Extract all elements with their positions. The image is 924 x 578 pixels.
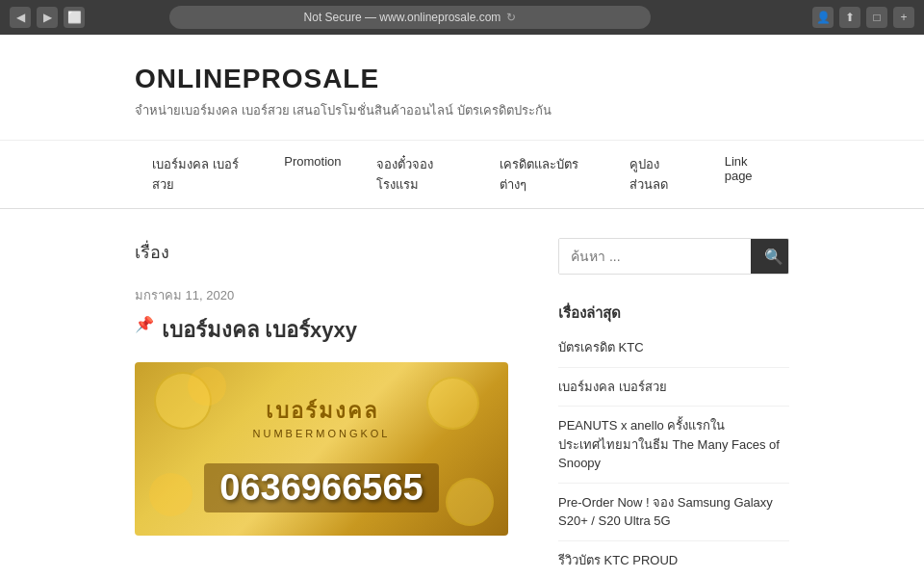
search-button[interactable]: 🔍 xyxy=(751,239,789,274)
main-navigation: เบอร์มงคล เบอร์สวย Promotion จองตั๋วจองโ… xyxy=(0,141,924,209)
recent-link-5[interactable]: รีวิวบัตร KTC PROUD xyxy=(558,553,678,567)
recent-link-4[interactable]: Pre-Order Now ! จอง Samsung Galaxy S20+ … xyxy=(558,495,773,529)
recent-link-1[interactable]: บัตรเครดิต KTC xyxy=(558,340,644,355)
nav-item-number[interactable]: เบอร์มงคล เบอร์สวย xyxy=(135,141,267,208)
sidebar: 🔍 เรื่องล่าสุด บัตรเครดิต KTC เบอร์มงคล … xyxy=(558,238,789,578)
nav-link-booking[interactable]: จองตั๋วจองโรงแรม xyxy=(359,141,482,208)
reload-icon[interactable]: ↻ xyxy=(506,11,516,24)
recent-section: เรื่องล่าสุด บัตรเครดิต KTC เบอร์มงคล เบ… xyxy=(558,302,789,578)
site-tagline: จำหน่ายเบอร์มงคล เบอร์สวย เสนอโปรโมชั่นส… xyxy=(135,100,789,120)
post-image: เบอร์มงคล NUMBERMONGKOL 0636966565 xyxy=(135,362,508,536)
content-area: เรื่อง มกราคม 11, 2020 📌 เบอร์มงคล เบอร์… xyxy=(135,238,520,578)
recent-section-title: เรื่องล่าสุด xyxy=(558,302,789,325)
profile-button[interactable]: 👤 xyxy=(812,7,834,28)
post-date: มกราคม 11, 2020 xyxy=(135,285,520,305)
nav-item-booking[interactable]: จองตั๋วจองโรงแรม xyxy=(359,141,482,208)
nav-item-coupon[interactable]: คูปองส่วนลด xyxy=(612,141,707,208)
nav-link-promotion[interactable]: Promotion xyxy=(267,141,358,182)
nav-link-linkpage[interactable]: Link page xyxy=(707,141,789,197)
post-title-row: 📌 เบอร์มงคล เบอร์xyxy xyxy=(135,313,520,347)
browser-controls: ◀ ▶ ⬜ xyxy=(10,7,85,28)
nav-item-credit[interactable]: เครดิตและบัตรต่างๆ xyxy=(482,141,612,208)
search-box: 🔍 xyxy=(558,238,789,275)
post-title[interactable]: เบอร์มงคล เบอร์xyxy xyxy=(162,313,357,347)
browser-chrome: ◀ ▶ ⬜ Not Secure — www.onlineprosale.com… xyxy=(0,0,924,35)
bookmark-button[interactable]: ⬆ xyxy=(839,7,860,28)
list-item: Pre-Order Now ! จอง Samsung Galaxy S20+ … xyxy=(558,493,789,541)
site-header: ONLINEPROSALE จำหน่ายเบอร์มงคล เบอร์สวย … xyxy=(0,35,924,141)
image-number: 0636966565 xyxy=(204,463,438,512)
nav-link-number[interactable]: เบอร์มงคล เบอร์สวย xyxy=(135,141,267,208)
recent-links-list: บัตรเครดิต KTC เบอร์มงคล เบอร์สวย PEANUT… xyxy=(558,338,789,578)
image-text-top: เบอร์มงคล xyxy=(253,394,391,428)
list-item: รีวิวบัตร KTC PROUD xyxy=(558,551,789,579)
pin-icon: 📌 xyxy=(135,315,154,333)
search-icon: 🔍 xyxy=(764,249,783,265)
recent-link-2[interactable]: เบอร์มงคล เบอร์สวย xyxy=(558,380,667,394)
search-input[interactable] xyxy=(559,239,751,274)
list-item: บัตรเครดิต KTC xyxy=(558,338,789,368)
site-title: ONLINEPROSALE xyxy=(135,64,789,94)
nav-link-credit[interactable]: เครดิตและบัตรต่างๆ xyxy=(482,141,612,208)
main-wrapper: เรื่อง มกราคม 11, 2020 📌 เบอร์มงคล เบอร์… xyxy=(0,209,924,578)
page-heading: เรื่อง xyxy=(135,238,520,266)
post: มกราคม 11, 2020 📌 เบอร์มงคล เบอร์xyxy เบ… xyxy=(135,285,520,536)
back-button[interactable]: ◀ xyxy=(10,7,31,28)
recent-link-3[interactable]: PEANUTS x anello ครั้งแรกในประเทศไทยมาใน… xyxy=(558,418,780,470)
url-text: Not Secure — www.onlineprosale.com xyxy=(304,11,501,24)
address-bar[interactable]: Not Secure — www.onlineprosale.com ↻ xyxy=(169,6,651,29)
nav-item-promotion[interactable]: Promotion xyxy=(267,141,358,208)
share-button[interactable]: □ xyxy=(866,7,887,28)
nav-list: เบอร์มงคล เบอร์สวย Promotion จองตั๋วจองโ… xyxy=(135,141,789,208)
tab-button[interactable]: ⬜ xyxy=(64,7,85,28)
nav-link-coupon[interactable]: คูปองส่วนลด xyxy=(612,141,707,208)
browser-right-controls: 👤 ⬆ □ + xyxy=(812,7,914,28)
list-item: PEANUTS x anello ครั้งแรกในประเทศไทยมาใน… xyxy=(558,416,789,484)
forward-button[interactable]: ▶ xyxy=(37,7,58,28)
image-subtitle: NUMBERMONGKOL xyxy=(253,428,391,439)
new-tab-button[interactable]: + xyxy=(893,7,914,28)
nav-item-linkpage[interactable]: Link page xyxy=(707,141,789,208)
list-item: เบอร์มงคล เบอร์สวย xyxy=(558,378,789,407)
